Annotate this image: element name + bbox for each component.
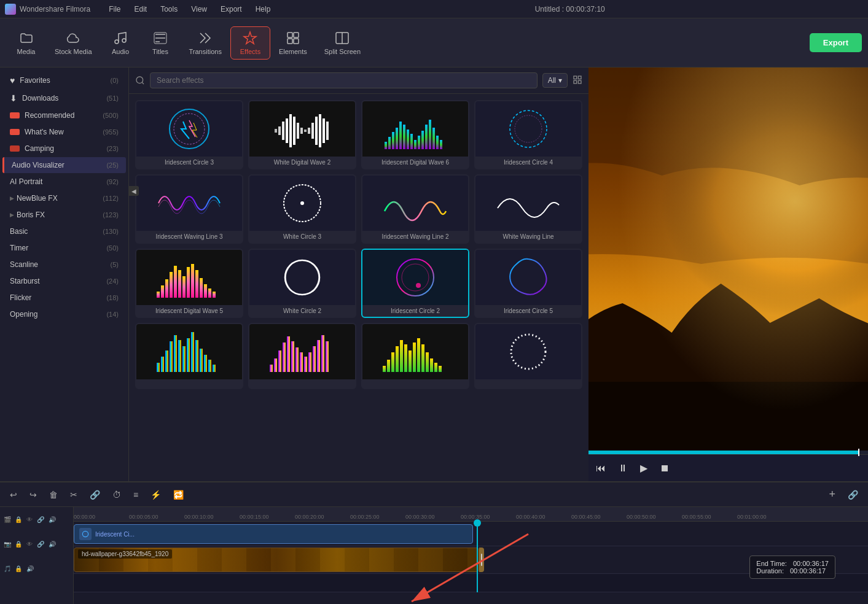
svg-rect-37 bbox=[407, 130, 409, 149]
track-mute-btn[interactable]: 🔊 bbox=[47, 515, 57, 524]
effect-card-iridescent-digital-wave-6[interactable]: Iridescent Digital Wave 6 bbox=[361, 100, 469, 169]
menu-export[interactable]: Export bbox=[214, 4, 248, 15]
menu-tools[interactable]: Tools bbox=[154, 4, 184, 15]
track-row-video: hd-wallpaper-g33642fb45_1920 bbox=[74, 546, 868, 574]
effect-card-bar-chart-2[interactable] bbox=[248, 323, 356, 389]
effect-label-iridescent-digital-wave-5: Iridescent Digital Wave 5 bbox=[136, 305, 242, 317]
tool-split-screen[interactable]: Split Screen bbox=[316, 27, 369, 59]
effect-card-iridescent-digital-wave-5[interactable]: Iridescent Digital Wave 5 bbox=[135, 249, 243, 318]
sidebar-item-downloads[interactable]: ⬇ Downloads (51) bbox=[2, 90, 126, 107]
sidebar-item-favorites[interactable]: ♥ Favorites (0) bbox=[2, 72, 126, 89]
menu-view[interactable]: View bbox=[185, 4, 213, 15]
preview-progress-bar[interactable] bbox=[588, 451, 868, 454]
preview-play-btn[interactable]: ▶ bbox=[638, 460, 650, 476]
tool-audio[interactable]: Audio bbox=[101, 27, 141, 59]
menu-help[interactable]: Help bbox=[249, 4, 277, 15]
sidebar-item-camping[interactable]: Camping (23) bbox=[2, 141, 126, 157]
scroll-left-btn[interactable]: ◀ bbox=[129, 186, 139, 196]
tool-media[interactable]: Media bbox=[6, 27, 46, 59]
menu-edit[interactable]: Edit bbox=[128, 4, 154, 15]
sidebar-item-flicker[interactable]: Flicker (18) bbox=[2, 290, 126, 306]
effect-card-white-circle-2[interactable]: White Circle 2 bbox=[248, 249, 356, 318]
effect-card-iridescent-circle-5[interactable]: Iridescent Circle 5 bbox=[474, 249, 582, 318]
effect-card-white-circle-3[interactable]: White Circle 3 bbox=[248, 174, 356, 244]
effect-card-circle-dots[interactable] bbox=[474, 323, 582, 389]
tool-stock-media[interactable]: Stock Media bbox=[46, 27, 101, 59]
effect-card-bar-chart-1[interactable] bbox=[135, 323, 243, 389]
sidebar-item-newblue-fx[interactable]: ▶ NewBlue FX (112) bbox=[2, 190, 126, 206]
video-lock-btn[interactable]: 🔒 bbox=[14, 540, 23, 549]
video-hide-btn[interactable]: 👁 bbox=[25, 540, 34, 549]
effect-thumb-iridescent-digital-wave-6 bbox=[362, 101, 468, 157]
boris-expand-icon: ▶ bbox=[10, 212, 14, 218]
effect-clip[interactable]: Iridescent Ci... bbox=[74, 524, 473, 544]
sidebar-item-recommended[interactable]: Recommended (500) bbox=[2, 107, 126, 123]
speed-btn[interactable]: ⏱ bbox=[109, 488, 125, 501]
effect-card-white-digital-wave-2[interactable]: White Digital Wave 2 bbox=[248, 100, 356, 169]
effect-thumb-iridescent-circle-5 bbox=[475, 250, 581, 305]
track-link-btn[interactable]: 🔗 bbox=[36, 515, 45, 524]
svg-rect-53 bbox=[165, 279, 168, 298]
crop-btn[interactable]: 🔁 bbox=[170, 488, 187, 501]
circle-dots-svg bbox=[495, 326, 562, 378]
effect-card-white-waving-line[interactable]: White Waving Line bbox=[474, 174, 582, 244]
split-btn[interactable]: ⚡ bbox=[147, 488, 165, 501]
newblue-expand-icon: ▶ bbox=[10, 195, 14, 201]
effect-label-iridescent-digital-wave-6: Iridescent Digital Wave 6 bbox=[362, 157, 468, 168]
effect-card-iridescent-circle-4[interactable]: Iridescent Circle 4 bbox=[474, 100, 582, 169]
filter-dropdown[interactable]: All ▾ bbox=[542, 73, 568, 88]
tool-effects[interactable]: Effects bbox=[230, 26, 270, 60]
effect-thumb-circle-dots bbox=[475, 324, 581, 379]
link-track-btn[interactable]: 🔗 bbox=[844, 488, 862, 501]
menu-file[interactable]: File bbox=[103, 4, 127, 15]
undo-btn[interactable]: ↩ bbox=[6, 488, 21, 501]
sidebar-item-opening[interactable]: Opening (14) bbox=[2, 306, 126, 322]
svg-rect-41 bbox=[421, 131, 424, 149]
grid-view-icon[interactable] bbox=[573, 75, 582, 87]
sidebar-item-whats-new[interactable]: What's New (955) bbox=[2, 124, 126, 140]
sidebar-item-boris-fx[interactable]: ▶ Boris FX (123) bbox=[2, 207, 126, 223]
video-clip[interactable]: hd-wallpaper-g33642fb45_1920 bbox=[74, 548, 479, 572]
video-mute-btn[interactable]: 🔊 bbox=[47, 540, 57, 549]
audio-mute-btn-2[interactable]: 🔊 bbox=[25, 564, 35, 573]
effect-card-iridescent-circle-2[interactable]: Iridescent Circle 2 bbox=[361, 249, 469, 318]
video-link-btn[interactable]: 🔗 bbox=[36, 540, 45, 549]
sidebar-item-scanline[interactable]: Scanline (5) bbox=[2, 257, 126, 273]
cut-btn[interactable]: ✂ bbox=[66, 488, 81, 501]
tool-transitions[interactable]: Transitions bbox=[181, 27, 230, 59]
sidebar-item-starburst[interactable]: Starburst (24) bbox=[2, 273, 126, 289]
svg-rect-44 bbox=[432, 128, 435, 149]
preview-prev-frame-btn[interactable]: ⏮ bbox=[593, 460, 608, 476]
tool-titles[interactable]: Titles bbox=[141, 27, 181, 59]
timeline-main[interactable]: 00:00:00 00:00:05:00 00:00:10:00 00:00:1… bbox=[74, 507, 868, 604]
playhead[interactable] bbox=[477, 522, 478, 592]
effect-label-iridescent-waving-line-2: Iridescent Waving Line 2 bbox=[362, 231, 468, 242]
effect-card-iridescent-waving-line-3[interactable]: Iridescent Waving Line 3 bbox=[135, 174, 243, 244]
track-lock-btn[interactable]: 🔒 bbox=[14, 515, 23, 524]
sidebar-item-ai-portrait[interactable]: AI Portrait (92) bbox=[2, 174, 126, 190]
audio-adjust-btn[interactable]: ≡ bbox=[130, 488, 142, 501]
delete-btn[interactable]: 🗑 bbox=[45, 488, 61, 501]
preview-stop-btn[interactable]: ⏹ bbox=[657, 460, 672, 476]
redo-btn[interactable]: ↪ bbox=[26, 488, 41, 501]
sidebar-item-basic[interactable]: Basic (130) bbox=[2, 223, 126, 239]
track-controls-audio: 🔒 🔊 bbox=[14, 564, 35, 573]
video-clip-resize-handle[interactable] bbox=[479, 548, 484, 572]
effect-card-iridescent-circle-3[interactable]: Iridescent Circle 3 bbox=[135, 100, 243, 169]
sidebar-item-audio-visualizer[interactable]: Audio Visualizer (25) bbox=[2, 157, 126, 173]
add-track-btn[interactable]: + bbox=[825, 486, 839, 503]
effect-thumb-bar-chart-1 bbox=[136, 324, 242, 379]
preview-play-pause-btn[interactable]: ⏸ bbox=[616, 460, 630, 476]
track-hide-btn[interactable]: 👁 bbox=[25, 515, 34, 524]
white-waving-line-svg bbox=[495, 177, 562, 230]
iridescent-circle-5-svg bbox=[495, 252, 562, 304]
search-input[interactable] bbox=[150, 72, 538, 88]
tool-elements[interactable]: Elements bbox=[270, 27, 316, 59]
sidebar-item-timer[interactable]: Timer (50) bbox=[2, 240, 126, 256]
export-button[interactable]: Export bbox=[810, 33, 862, 52]
link-btn[interactable]: 🔗 bbox=[86, 488, 104, 501]
audio-lock-btn[interactable]: 🔒 bbox=[14, 564, 23, 573]
ruler-time-30: 00:00:30:00 bbox=[405, 514, 435, 520]
effect-card-bar-chart-3[interactable] bbox=[361, 323, 469, 389]
effect-card-iridescent-waving-line-2[interactable]: Iridescent Waving Line 2 bbox=[361, 174, 469, 244]
